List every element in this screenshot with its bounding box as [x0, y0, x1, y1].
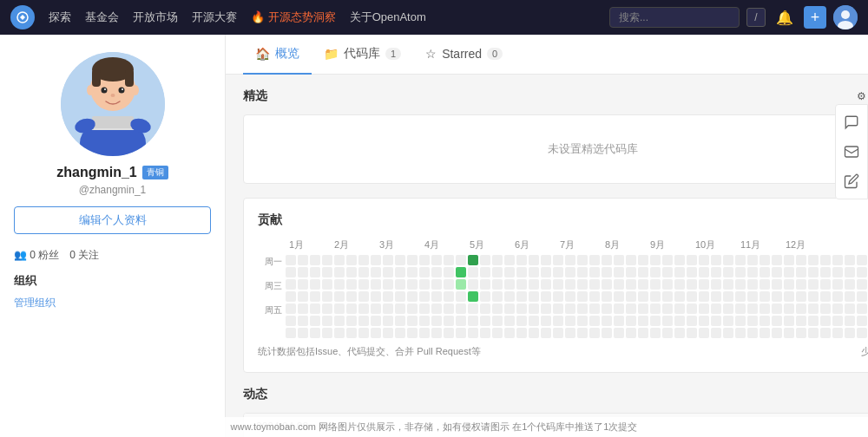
search-input[interactable]	[609, 7, 740, 28]
day-cell	[711, 279, 721, 290]
day-cell	[310, 316, 320, 326]
day-cell	[626, 303, 636, 314]
day-cell	[820, 255, 831, 265]
tab-starred[interactable]: ☆ Starred 0	[413, 35, 515, 75]
month-may: 5月	[470, 238, 515, 251]
mail-btn[interactable]	[838, 138, 865, 166]
day-cell	[492, 267, 503, 277]
nav-open-market[interactable]: 开放市场	[133, 10, 178, 25]
day-cell	[322, 255, 332, 265]
nav-trends[interactable]: 🔥 开源态势洞察	[251, 10, 336, 25]
week-29	[638, 255, 648, 338]
tab-overview[interactable]: 🏠 概览	[243, 35, 312, 75]
user-badge: 青铜	[142, 166, 168, 179]
day-cell	[371, 279, 381, 290]
svg-point-15	[118, 88, 124, 94]
nav-competition[interactable]: 开源大赛	[192, 10, 237, 25]
set-featured-btn[interactable]: ⚙ 设置精选代码库	[857, 89, 868, 104]
week-35	[711, 255, 721, 338]
day-cell	[674, 267, 685, 277]
week-2	[310, 255, 320, 338]
manage-org-link[interactable]: 管理组织	[14, 297, 56, 309]
day-cell	[334, 255, 345, 265]
contrib-title: 贡献	[258, 212, 282, 228]
day-cell	[407, 279, 418, 290]
contrib-header: 贡献 2024年 ▾	[258, 212, 868, 228]
day-cell	[589, 279, 600, 290]
month-mar: 3月	[379, 238, 424, 251]
month-feb: 2月	[334, 238, 379, 251]
day-cell	[638, 303, 648, 314]
day-cell	[541, 328, 551, 338]
week-12	[431, 255, 442, 338]
week-16	[480, 255, 490, 338]
week-37	[735, 255, 746, 338]
day-cell	[845, 267, 855, 277]
day-cell	[529, 267, 539, 277]
day-cell	[480, 328, 490, 338]
day-cell	[626, 328, 636, 338]
day-cell	[480, 267, 490, 277]
edit-btn-right[interactable]	[838, 167, 865, 195]
day-cell	[723, 328, 733, 338]
day-cell	[468, 267, 478, 277]
day-cell	[626, 267, 636, 277]
svg-point-20	[132, 85, 139, 95]
day-cell	[857, 303, 867, 314]
day-cell	[820, 279, 831, 290]
day-cell	[456, 316, 466, 326]
day-cell	[614, 279, 624, 290]
day-cell	[772, 255, 782, 265]
nav-about[interactable]: 关于OpenAtom	[350, 10, 426, 25]
day-cell	[444, 279, 454, 290]
day-cell	[492, 279, 503, 290]
logo[interactable]	[10, 5, 35, 29]
day-cell	[735, 267, 746, 277]
day-cell	[407, 328, 418, 338]
day-cell	[589, 316, 600, 326]
chat-btn[interactable]	[838, 108, 865, 136]
week-6	[358, 255, 369, 338]
day-cell	[832, 267, 843, 277]
day-cell	[808, 255, 819, 265]
legend: 少 多	[861, 345, 868, 358]
day-cell	[504, 328, 515, 338]
user-avatar-nav[interactable]	[833, 5, 858, 29]
day-cell	[747, 291, 758, 302]
day-cell	[383, 255, 393, 265]
day-cell	[383, 303, 393, 314]
keyboard-shortcut-btn[interactable]: /	[746, 8, 766, 27]
day-cell	[747, 255, 758, 265]
day-cell	[346, 279, 357, 290]
day-cell	[541, 255, 551, 265]
followers-count[interactable]: 👥 0 粉丝	[14, 248, 59, 263]
day-cell	[553, 255, 563, 265]
nav-explore[interactable]: 探索	[49, 10, 71, 25]
day-cell	[735, 303, 746, 314]
username-row: zhangmin_1 青铜	[56, 165, 168, 180]
month-labels: 1月 2月 3月 4月 5月 6月 7月 8月 9月 10月 11月 12月	[258, 238, 868, 251]
day-cell	[529, 291, 539, 302]
tab-repos[interactable]: 📁 代码库 1	[312, 35, 413, 75]
day-cell	[820, 267, 831, 277]
day-cell	[565, 291, 575, 302]
nav-foundation[interactable]: 基金会	[85, 10, 119, 25]
create-btn[interactable]: +	[804, 6, 826, 29]
day-cell	[468, 291, 478, 302]
day-cell	[553, 316, 563, 326]
day-cell	[687, 291, 697, 302]
following-count[interactable]: 0 关注	[69, 248, 99, 263]
day-cell	[820, 291, 831, 302]
week-40	[772, 255, 782, 338]
day-cell	[480, 279, 490, 290]
day-cell	[492, 303, 503, 314]
day-cell	[310, 255, 320, 265]
day-cell	[407, 291, 418, 302]
edit-profile-btn[interactable]: 编辑个人资料	[14, 206, 211, 234]
day-cell	[553, 291, 563, 302]
day-cell	[747, 303, 758, 314]
day-cell	[346, 303, 357, 314]
notification-btn[interactable]: 🔔	[773, 5, 797, 29]
nav-search-area: / 🔔 +	[609, 5, 858, 29]
day-cell	[346, 328, 357, 338]
